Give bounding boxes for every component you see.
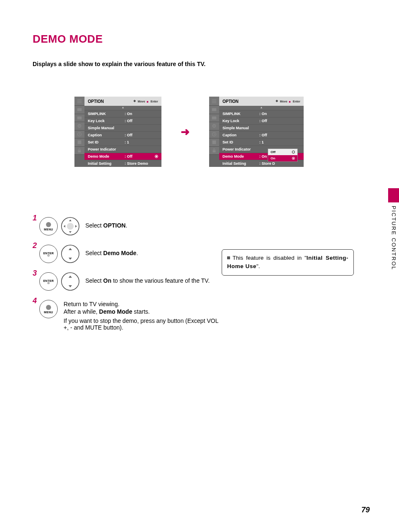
osd-item-value: : On [125, 112, 158, 116]
osd-header-title: OPTION [223, 99, 276, 104]
lock-icon [209, 147, 219, 155]
osd-item: Key Lock: Off [84, 117, 161, 124]
text: Select [85, 222, 103, 229]
enter-button-icon: ENTER ⊙ [39, 245, 58, 263]
svg-rect-13 [212, 108, 217, 111]
osd-item: Simple Manual [219, 124, 304, 131]
gear-icon [209, 122, 219, 130]
osd-hint-move: Move [280, 100, 287, 103]
osd-category-icons [74, 97, 84, 167]
svg-rect-10 [212, 99, 217, 100]
popup-option-on: On [268, 155, 297, 161]
osd-header-title: OPTION [88, 99, 133, 104]
category-icon [74, 138, 84, 147]
osd-item-value: : 1 [259, 140, 300, 144]
osd-item-label: Set ID [88, 140, 122, 144]
step-4: 4 MENU Return to TV viewing. After a whi… [33, 300, 366, 331]
page-title: DEMO MODE [33, 33, 366, 46]
svg-rect-8 [78, 141, 82, 144]
note-text: This feature is disabled in " [233, 255, 307, 261]
text: starts. [132, 308, 150, 315]
osd-item-value: : Off [125, 154, 152, 159]
osd-item-label: Set ID [223, 140, 257, 144]
arrow-right-icon: ➜ [181, 125, 190, 138]
osd-popup: Off On [268, 148, 298, 162]
text-bold: Demo Mode [103, 250, 136, 256]
osd-screenshots-row: OPTION ✥Move ◆Enter ▲ SIMPLINK: On Key L… [74, 97, 366, 167]
svg-rect-3 [77, 108, 82, 111]
osd-item-value: : Store D [259, 161, 300, 166]
enter-dot-icon: ⊙ [47, 255, 50, 256]
option-category-icon [74, 97, 84, 106]
osd-panel-before: OPTION ✥Move ◆Enter ▲ SIMPLINK: On Key L… [74, 97, 161, 167]
svg-point-16 [214, 125, 215, 127]
clock-icon [209, 130, 219, 139]
svg-rect-2 [77, 102, 82, 103]
osd-item: Set ID: 1 [84, 138, 161, 146]
osd-header: OPTION ✥Move ◆Enter [84, 97, 161, 106]
note-text: ". [256, 263, 260, 269]
osd-item: SIMPLINK: On [219, 110, 304, 117]
section-tab-label: PICTURE CONTROL [391, 206, 397, 270]
osd-item-label: Initial Setting [223, 161, 257, 166]
text: to show the various feature of the TV. [111, 277, 210, 284]
osd-item: Caption: Off [219, 131, 304, 138]
osd-item: Simple Manual [84, 124, 161, 131]
enter-button-icon: ENTER ⊙ [39, 272, 58, 291]
clock-icon [74, 130, 84, 139]
enter-icon: ◆ [288, 100, 292, 103]
button-label: MENU [44, 228, 53, 231]
page-subtitle: Displays a slide show to explain the var… [33, 61, 366, 67]
osd-item-label: SIMPLINK [88, 112, 122, 116]
osd-item-value: : On [259, 112, 300, 116]
page-number: 79 [361, 506, 370, 514]
osd-item-label: Demo Mode [223, 154, 257, 159]
osd-item-label: Caption [223, 133, 257, 137]
option-category-icon [209, 97, 219, 106]
text-bold: OPTION [103, 222, 126, 229]
osd-panel-after: OPTION ✥Move ◆Enter ▲ SIMPLINK: On Key L… [209, 97, 304, 167]
step-number: 2 [33, 241, 38, 250]
category-icon [74, 114, 84, 123]
osd-hint: ✥Move ◆Enter [276, 100, 300, 103]
lock-icon [74, 147, 84, 155]
enter-dot-icon: ⊙ [47, 282, 50, 284]
section-tab-accent [388, 188, 399, 202]
dpad-updown-icon [61, 245, 79, 263]
osd-item: Caption: Off [84, 131, 161, 138]
svg-rect-0 [77, 99, 82, 100]
osd-item-value: : Store Demo [125, 161, 158, 166]
note-box: This feature is disabled in "Initial Set… [222, 249, 354, 276]
text: . [125, 222, 127, 229]
osd-item-label: Power Indicator [223, 147, 257, 151]
category-icon [74, 106, 84, 114]
svg-point-6 [79, 125, 80, 127]
svg-rect-14 [212, 116, 217, 119]
dpad-updown-icon [61, 272, 79, 291]
popup-option-label: Off [271, 150, 276, 154]
popup-option-off: Off [268, 149, 297, 155]
step-number: 1 [33, 214, 38, 223]
gear-icon [74, 122, 84, 130]
osd-item-label: Simple Manual [223, 126, 257, 130]
svg-point-23 [61, 273, 79, 290]
svg-rect-11 [212, 101, 217, 102]
svg-point-22 [61, 245, 79, 263]
scroll-up-icon: ▲ [84, 106, 161, 110]
osd-item-value: : 1 [125, 140, 158, 144]
menu-button-icon: MENU [39, 300, 58, 318]
osd-hint-enter: Enter [293, 100, 300, 103]
osd-item-value: : Off [259, 133, 300, 137]
osd-item-selected: Demo Mode: Off [84, 153, 161, 160]
step-text: Select OPTION. [85, 217, 127, 229]
osd-item: SIMPLINK: On [84, 110, 161, 117]
radio-on-icon [155, 155, 158, 158]
section-tab: PICTURE CONTROL [388, 188, 399, 272]
step-number: 4 [33, 297, 38, 305]
step-text: Select Demo Mode. [85, 245, 138, 256]
bullet-icon [227, 256, 230, 259]
osd-item-value: : Off [259, 119, 300, 123]
category-icon [209, 106, 219, 114]
text-bold: Demo Mode [99, 308, 132, 315]
scroll-up-icon: ▲ [219, 106, 304, 110]
